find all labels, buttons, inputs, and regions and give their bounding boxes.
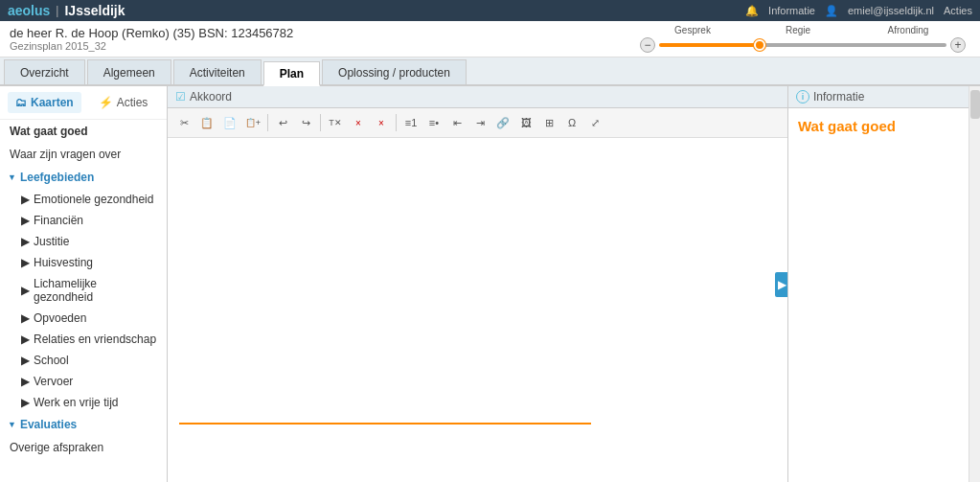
sidebar-item-huisvesting[interactable]: ▶ Huisvesting — [0, 252, 167, 273]
bell-icon: 🔔 — [745, 5, 759, 17]
school-chevron-icon: ▶ — [21, 354, 30, 367]
scrollbar-thumb — [970, 90, 980, 119]
sidebar-header: 🗂 Kaarten ⚡ Acties — [0, 86, 167, 120]
toolbar-ol-button[interactable]: ≡1 — [400, 112, 422, 133]
toolbar-ul-button[interactable]: ≡• — [423, 112, 444, 133]
toolbar-special-char-button[interactable]: Ω — [561, 112, 582, 133]
top-bar-left: aeolus | IJsseldijk — [8, 3, 125, 18]
toolbar-sep1 — [267, 114, 268, 131]
editor-checkbox-icon: ☑ — [175, 90, 186, 103]
lichamelijke-chevron-icon: ▶ — [21, 284, 30, 297]
editor-header: ☑ Akkoord — [168, 86, 787, 108]
huisvesting-chevron-icon: ▶ — [21, 256, 30, 269]
evaluaties-chevron-icon: ▼ — [8, 420, 16, 429]
leefgebieden-label: Leefgebieden — [20, 171, 94, 184]
progress-label-afronding: Afronding — [851, 25, 966, 35]
right-scrollbar[interactable] — [969, 86, 980, 482]
sidebar-item-vervoer[interactable]: ▶ Vervoer — [0, 371, 167, 392]
orange-line — [179, 423, 591, 425]
waar-vragen-label: Waar zijn vragen over — [10, 148, 121, 161]
sidebar-item-lichamelijke[interactable]: ▶ Lichamelijke gezondheid — [0, 273, 167, 308]
tab-overzicht[interactable]: Overzicht — [4, 59, 85, 84]
vervoer-chevron-icon: ▶ — [21, 375, 30, 388]
right-panel-header: i Informatie — [788, 86, 980, 108]
top-bar-right: 🔔 Informatie 👤 emiel@ijsseldijk.nl Actie… — [745, 5, 972, 17]
emotionele-chevron-icon: ▶ — [21, 193, 30, 206]
nav-email[interactable]: emiel@ijsseldijk.nl — [848, 5, 934, 16]
toolbar-redo-button[interactable]: ↪ — [295, 112, 316, 133]
justitie-chevron-icon: ▶ — [21, 235, 30, 248]
toolbar-x2-button[interactable]: × — [371, 112, 392, 133]
toolbar-paste-button[interactable]: 📄 — [219, 112, 240, 133]
sidebar-tab-kaarten[interactable]: 🗂 Kaarten — [8, 92, 81, 113]
toolbar-removeformat-button[interactable]: T✕ — [325, 112, 346, 133]
sidebar-tab-acties-label: Acties — [117, 96, 148, 109]
sidebar-tab-acties[interactable]: ⚡ Acties — [91, 92, 156, 113]
progress-label-gesprek: Gesprek — [640, 25, 745, 35]
huisvesting-label: Huisvesting — [34, 256, 93, 269]
sidebar-item-waar-vragen[interactable]: Waar zijn vragen over — [0, 143, 167, 166]
editor-area[interactable] — [168, 138, 787, 482]
financien-label: Financiën — [34, 214, 83, 227]
progress-minus-button[interactable]: − — [640, 37, 655, 53]
progress-wrapper: Gesprek Regie Afronding − + — [640, 25, 966, 53]
panel-toggle-arrow[interactable]: ▶ — [775, 272, 788, 297]
sidebar-item-opvoeden[interactable]: ▶ Opvoeden — [0, 308, 167, 329]
toolbar-link-button[interactable]: 🔗 — [492, 112, 513, 133]
vervoer-label: Vervoer — [34, 375, 73, 388]
tab-oplossing[interactable]: Oplossing / producten — [322, 59, 467, 84]
toolbar-undo-button[interactable]: ↩ — [272, 112, 293, 133]
top-bar: aeolus | IJsseldijk 🔔 Informatie 👤 emiel… — [0, 0, 980, 21]
right-panel-content: Wat gaat goed — [788, 108, 980, 482]
sidebar-item-justitie[interactable]: ▶ Justitie — [0, 231, 167, 252]
opvoeden-chevron-icon: ▶ — [21, 311, 30, 325]
progress-label-regie: Regie — [745, 25, 851, 35]
user-icon: 👤 — [825, 5, 838, 17]
toolbar-sep2 — [320, 114, 321, 131]
sidebar-item-emotionele[interactable]: ▶ Emotionele gezondheid — [0, 189, 167, 210]
sidebar-section-leefgebieden[interactable]: ▼ Leefgebieden — [0, 166, 167, 189]
toolbar-indent-right-button[interactable]: ⇥ — [469, 112, 490, 133]
emotionele-label: Emotionele gezondheid — [34, 193, 153, 206]
sidebar-item-financien[interactable]: ▶ Financiën — [0, 210, 167, 231]
toolbar-paste-special-button[interactable]: 📋+ — [242, 112, 263, 133]
werk-label: Werk en vrije tijd — [34, 396, 118, 409]
progress-track[interactable] — [659, 43, 946, 47]
werk-chevron-icon: ▶ — [21, 396, 30, 409]
toolbar-maximize-button[interactable]: ⤢ — [584, 112, 605, 133]
sidebar-item-wat-gaat-goed[interactable]: Wat gaat goed — [0, 120, 167, 143]
sidebar-item-werk[interactable]: ▶ Werk en vrije tijd — [0, 392, 167, 413]
leefgebieden-chevron-icon: ▼ — [8, 172, 16, 182]
sidebar-item-relaties[interactable]: ▶ Relaties en vriendschap — [0, 329, 167, 350]
toolbar-x1-button[interactable]: × — [348, 112, 369, 133]
sidebar-item-overige[interactable]: Overige afspraken — [0, 436, 167, 459]
nav-informatie[interactable]: Informatie — [768, 5, 815, 16]
progress-labels: Gesprek Regie Afronding — [640, 25, 966, 35]
toolbar-indent-left-button[interactable]: ⇤ — [446, 112, 467, 133]
editor-title: Akkoord — [190, 90, 232, 103]
toolbar-table-button[interactable]: ⊞ — [538, 112, 559, 133]
toolbar-copy-button[interactable]: 📋 — [196, 112, 217, 133]
client-name: de heer R. de Hoop (Remko) (35) BSN: 123… — [10, 26, 293, 40]
relaties-label: Relaties en vriendschap — [34, 333, 156, 346]
separator: | — [56, 4, 58, 17]
nav-acties[interactable]: Acties — [944, 5, 972, 16]
opvoeden-label: Opvoeden — [34, 311, 86, 325]
info-panel-title: Informatie — [813, 90, 864, 103]
acties-icon: ⚡ — [99, 96, 113, 109]
nav-tabs: Overzicht Algemeen Activiteiten Plan Opl… — [0, 57, 980, 86]
evaluaties-label: Evaluaties — [20, 418, 77, 431]
progress-track-row: − + — [640, 37, 966, 53]
org-name: IJsseldijk — [64, 3, 125, 18]
editor-toolbar: ✂ 📋 📄 📋+ ↩ ↪ T✕ × × ≡1 ≡• ⇤ ⇥ 🔗 🖼 ⊞ Ω ⤢ — [168, 108, 787, 138]
toolbar-cut-button[interactable]: ✂ — [173, 112, 194, 133]
logo: aeolus — [8, 3, 50, 18]
sidebar-section-evaluaties[interactable]: ▼ Evaluaties — [0, 413, 167, 436]
sidebar-item-school[interactable]: ▶ School — [0, 350, 167, 371]
client-plan: Gezinsplan 2015_32 — [10, 40, 293, 52]
tab-activiteiten[interactable]: Activiteiten — [173, 59, 262, 84]
progress-plus-button[interactable]: + — [950, 37, 966, 53]
toolbar-image-button[interactable]: 🖼 — [515, 112, 536, 133]
tab-plan[interactable]: Plan — [263, 61, 320, 86]
tab-algemeen[interactable]: Algemeen — [87, 59, 171, 84]
